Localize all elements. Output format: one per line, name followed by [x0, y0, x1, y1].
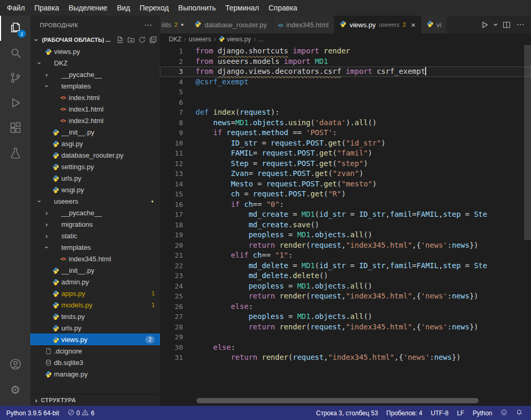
file-item-urls.py[interactable]: urls.py	[30, 322, 160, 334]
code-line[interactable]: 2from useeers.models import MD1	[160, 57, 531, 67]
code-line[interactable]: 5	[160, 87, 531, 97]
code-editor[interactable]: 1from django.shortcuts import render2fro…	[160, 45, 531, 406]
code-line[interactable]: 29	[160, 332, 531, 342]
file-item-views.py[interactable]: views.py	[30, 46, 160, 57]
code-line[interactable]: 8 news=MD1.objects.using('daata').all()	[160, 118, 531, 128]
file-item-models.py[interactable]: models.py1	[30, 299, 160, 311]
activity-source-control[interactable]	[0, 66, 30, 91]
folder-item-DKZ[interactable]: ›DKZ	[30, 57, 160, 69]
folder-item-__pycache__[interactable]: ›__pycache__	[30, 207, 160, 218]
collapse-all-icon[interactable]	[149, 36, 157, 43]
tab-vi[interactable]: vi	[421, 16, 447, 34]
menu-item-3[interactable]: Вид	[112, 0, 135, 16]
more-actions-icon[interactable]: ⋯	[516, 20, 525, 29]
file-item-urls.py[interactable]: urls.py	[30, 172, 160, 184]
file-item-views.py[interactable]: views.py2	[30, 334, 160, 345]
activity-settings[interactable]: ⚙	[0, 378, 30, 403]
file-item-index.html[interactable]: <>index.html	[30, 92, 160, 103]
file-item-database_roouter.py[interactable]: database_roouter.py	[30, 149, 160, 161]
file-item-tests.py[interactable]: tests.py	[30, 311, 160, 322]
code-line[interactable]: 1from django.shortcuts import render	[160, 46, 531, 57]
file-item-index345.html[interactable]: <>index345.html	[30, 253, 160, 264]
code-line[interactable]: 10 ID_str = request.POST.get("id_str")	[160, 138, 531, 149]
status-eol[interactable]: LF	[453, 406, 469, 420]
file-item-settings.py[interactable]: settings.py	[30, 161, 160, 172]
breadcrumb-item[interactable]: DKZ	[169, 36, 181, 43]
split-editor-icon[interactable]	[503, 21, 511, 29]
code-line[interactable]: 23 md_delete.delete()	[160, 271, 531, 281]
activity-account[interactable]	[0, 352, 30, 378]
code-line[interactable]: 7def index(request):	[160, 107, 531, 118]
activity-testing[interactable]	[0, 141, 30, 167]
code-line[interactable]: 16 if ch== "0":	[160, 200, 531, 210]
file-item-db.sqlite3[interactable]: db.sqlite3	[30, 357, 160, 368]
breadcrumb-item[interactable]: views.py	[219, 36, 251, 43]
code-line[interactable]: 13 Zvan= request.POST.get("zvan")	[160, 169, 531, 179]
menu-item-4[interactable]: Переход	[135, 0, 174, 16]
file-item-index1.html[interactable]: <>index1.html	[30, 103, 160, 115]
code-line[interactable]: 4@csrf_exempt	[160, 77, 531, 87]
menu-item-2[interactable]: Выделение	[64, 0, 112, 16]
horizontal-scrollbar[interactable]	[197, 398, 479, 403]
code-line[interactable]: 31 return render(request,"index345.html"…	[160, 352, 531, 363]
code-line[interactable]: 17 md_create = MD1(id_str = ID_str,famil…	[160, 209, 531, 220]
activity-extensions[interactable]	[0, 116, 30, 141]
outline-section-header[interactable]: › СТРУКТУРА	[30, 394, 160, 406]
status-python-interpreter[interactable]: Python 3.9.5 64-bit	[2, 406, 63, 420]
code-line[interactable]: 20 return render(request,"index345.html"…	[160, 240, 531, 251]
status-language-mode[interactable]: Python	[469, 406, 496, 420]
status-problems[interactable]: 06	[63, 406, 99, 420]
menu-item-7[interactable]: Справка	[264, 0, 302, 16]
file-item-__init__.py[interactable]: __init__.py	[30, 264, 160, 276]
status-feedback[interactable]	[496, 406, 512, 420]
vertical-scrollbar[interactable]	[524, 45, 531, 240]
code-line[interactable]: 28 return render(request,"index345.html"…	[160, 322, 531, 333]
new-folder-icon[interactable]	[127, 36, 135, 43]
activity-run-and-debug[interactable]	[0, 91, 30, 116]
code-line[interactable]: 22 md_delete = MD1(id_str = ID_str,famil…	[160, 261, 531, 271]
status-indentation[interactable]: Пробелов: 4	[382, 406, 427, 420]
menu-item-6[interactable]: Терминал	[221, 0, 264, 16]
file-item-admin.py[interactable]: admin.py	[30, 276, 160, 288]
code-line[interactable]: 21 elif ch== "1":	[160, 250, 531, 261]
code-line[interactable]: 19 peopless = MD1.objects.all()	[160, 230, 531, 240]
file-item-apps.py[interactable]: apps.py1	[30, 288, 160, 299]
menu-item-1[interactable]: Правка	[29, 0, 63, 16]
tab-iiits[interactable]: iiits2●	[160, 16, 189, 34]
folder-item-migrations[interactable]: ›migrations	[30, 218, 160, 230]
code-line[interactable]: 30 else:	[160, 342, 531, 353]
file-item-asgi.py[interactable]: asgi.py	[30, 138, 160, 149]
run-icon[interactable]	[481, 21, 489, 29]
tab-views.py[interactable]: views.pyuseeers2×	[334, 16, 421, 34]
code-line[interactable]: 24 peopless = MD1.objects.all()	[160, 281, 531, 292]
activity-explorer[interactable]: 2	[0, 16, 30, 41]
close-icon[interactable]: ×	[411, 21, 416, 29]
folder-item-__pycache__[interactable]: ›__pycache__	[30, 69, 160, 80]
file-item-manage.py[interactable]: manage.py	[30, 368, 160, 380]
tab-index345.html[interactable]: <>index345.html	[273, 16, 334, 34]
code-area[interactable]: 1from django.shortcuts import render2fro…	[160, 45, 531, 406]
code-line[interactable]: 6	[160, 97, 531, 108]
workspace-section-header[interactable]: › (РАБОЧАЯ ОБЛАСТЬ) ...	[30, 34, 160, 46]
code-line[interactable]: 25 return render(request,"index345.html"…	[160, 291, 531, 302]
chevron-down-icon[interactable]: ›	[494, 20, 497, 29]
code-line[interactable]: 12 Step = request.POST.get("step")	[160, 159, 531, 169]
menu-item-0[interactable]: Файл	[2, 0, 29, 16]
activity-search[interactable]	[0, 41, 30, 66]
file-item-wsgi.py[interactable]: wsgi.py	[30, 184, 160, 195]
code-line[interactable]: 15 ch = request.POST.get("R")	[160, 189, 531, 200]
code-line[interactable]: 9 if request.method == 'POST':	[160, 128, 531, 138]
code-line[interactable]: 26 else:	[160, 302, 531, 312]
minimap[interactable]	[484, 45, 524, 96]
new-file-icon[interactable]	[116, 36, 124, 43]
file-item-__init__.py[interactable]: __init__.py	[30, 126, 160, 138]
code-line[interactable]: 27 peopless = MD1.objects.all()	[160, 312, 531, 322]
status-notifications[interactable]	[512, 406, 527, 420]
tab-database_roouter.py[interactable]: database_roouter.py	[189, 16, 273, 34]
breadcrumb-item[interactable]: ...	[258, 36, 264, 43]
file-item-.dcignore[interactable]: .dcignore	[30, 345, 160, 357]
breadcrumb-item[interactable]: useeers	[189, 36, 211, 43]
more-actions-icon[interactable]: ⋯	[144, 20, 153, 30]
code-line[interactable]: 3from django.views.decorators.csrf impor…	[160, 67, 531, 77]
file-item-index2.html[interactable]: <>index2.html	[30, 115, 160, 126]
